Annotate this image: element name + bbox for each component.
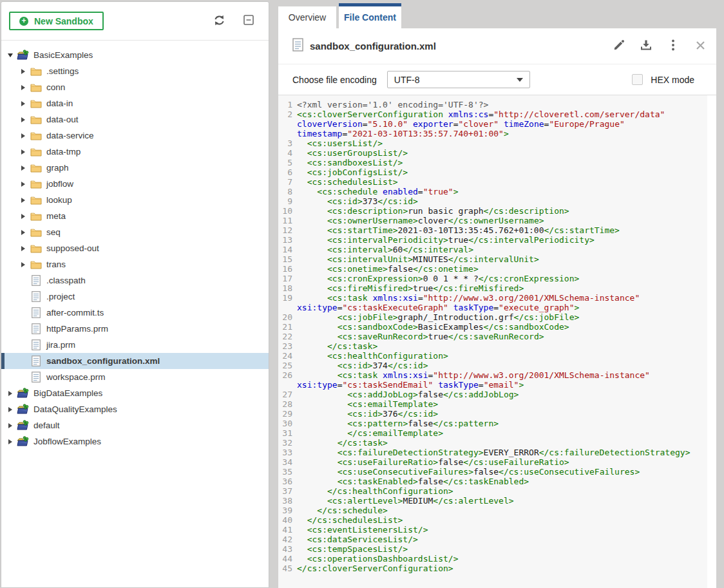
file-icon <box>292 38 303 54</box>
code-line: 27 <cs:addJobLog>false</cs:addJobLog> <box>278 390 707 399</box>
chevron-right-icon[interactable] <box>18 246 28 251</box>
code-line-content: <cs:alertLevel>MEDIUM</cs:alertLevel> <box>297 496 707 506</box>
code-line-content: <cs:dataServicesList/> <box>297 535 707 544</box>
chevron-right-icon[interactable] <box>18 85 28 90</box>
tree-item-supposed-out[interactable]: supposed-out <box>1 240 269 256</box>
tree-item-bigdataexamples[interactable]: BigDataExamples <box>1 385 269 401</box>
download-button[interactable] <box>640 41 652 52</box>
folder-icon <box>30 227 42 238</box>
tree-item-label: BasicExamples <box>33 50 93 60</box>
tree-item-data-out[interactable]: data-out <box>1 111 269 128</box>
code-line-content: <cs:schedule enabled="true"> <box>297 187 707 196</box>
tree-item-project[interactable]: .project <box>1 289 269 305</box>
chevron-right-icon[interactable] <box>5 439 15 444</box>
tree-item-settings[interactable]: .settings <box>1 63 269 79</box>
chevron-right-icon[interactable] <box>18 133 28 138</box>
tree-item-label: .project <box>46 292 75 301</box>
chevron-right-icon[interactable] <box>5 423 15 428</box>
line-number: 1 <box>278 100 297 109</box>
chevron-down-icon[interactable] <box>5 53 15 57</box>
code-line-content: <cs:eventListenersList/> <box>297 525 707 535</box>
code-line-content: <cs:saveRunRecord>true</cs:saveRunRecord… <box>297 332 707 341</box>
tree-item-conn[interactable]: conn <box>1 79 269 95</box>
encoding-select[interactable]: UTF-8 <box>387 71 530 88</box>
hex-mode-checkbox[interactable] <box>632 74 643 85</box>
code-line: 45</cs:cloverServerConfiguration> <box>278 564 707 573</box>
tree-item-jira-prm[interactable]: jira.prm <box>1 337 269 353</box>
sandbox-icon <box>17 50 29 61</box>
code-line: 23 </cs:task> <box>278 341 707 351</box>
tree-item-lookup[interactable]: lookup <box>1 192 269 208</box>
code-line: 31 </cs:emailTemplate> <box>278 428 707 438</box>
chevron-right-icon[interactable] <box>5 391 15 396</box>
tree-item-jobflowexamples[interactable]: JobflowExamples <box>1 433 269 450</box>
tree-item-after-commit-ts[interactable]: after-commit.ts <box>1 305 269 321</box>
tree-item-jobflow[interactable]: jobflow <box>1 176 269 192</box>
code-line: 7 <cs:schedulesList> <box>278 177 707 187</box>
tree-item-data-service[interactable]: data-service <box>1 128 269 144</box>
chevron-right-icon[interactable] <box>18 69 28 74</box>
code-line: 5 <cs:sandboxesList/> <box>278 158 707 167</box>
encoding-label: Choose file encoding <box>292 75 377 85</box>
code-line: 38 <cs:alertLevel>MEDIUM</cs:alertLevel> <box>278 496 707 506</box>
chevron-right-icon[interactable] <box>18 166 28 171</box>
line-number: 37 <box>278 486 297 496</box>
more-actions-button[interactable] <box>667 41 679 52</box>
code-line-content: <cs:id>373</cs:id> <box>297 196 707 206</box>
code-line-content: <cs:taskEnabled>false</cs:taskEnabled> <box>297 477 707 486</box>
refresh-icon <box>213 14 226 29</box>
code-line-content: <cs:cloverServerConfiguration xmlns:cs="… <box>297 109 707 138</box>
tree-item-label: meta <box>46 211 66 221</box>
tree-item-sandbox-configuration-xml[interactable]: sandbox_configuration.xml <box>1 353 269 369</box>
tree-item-meta[interactable]: meta <box>1 208 269 224</box>
tab-file-content[interactable]: File Content <box>339 3 401 28</box>
tree-item-httpparams-prm[interactable]: httpParams.prm <box>1 321 269 337</box>
tree-item-label: data-service <box>46 131 94 140</box>
tree-item-graph[interactable]: graph <box>1 160 269 176</box>
tree-item-seq[interactable]: seq <box>1 224 269 240</box>
tree-item-data-tmp[interactable]: data-tmp <box>1 144 269 160</box>
tree-item-trans[interactable]: trans <box>1 256 269 272</box>
tab-overview[interactable]: Overview <box>278 6 336 28</box>
line-number: 29 <box>278 409 297 419</box>
chevron-right-icon[interactable] <box>18 262 28 267</box>
chevron-right-icon[interactable] <box>18 182 28 187</box>
code-line: 9 <cs:id>373</cs:id> <box>278 196 707 206</box>
line-number: 15 <box>278 254 297 264</box>
code-line: 24 <cs:healthConfiguration> <box>278 351 707 361</box>
code-line-content: <cs:userGroupsList/> <box>297 148 707 158</box>
tree-item-label: after-commit.ts <box>46 308 104 318</box>
refresh-button[interactable] <box>213 14 226 29</box>
tree-item-workspace-prm[interactable]: workspace.prm <box>1 369 269 385</box>
line-number: 6 <box>278 167 297 177</box>
tree-item-basicexamples[interactable]: BasicExamples <box>1 47 269 63</box>
code-line-content: <cs:cronExpression>0 0 1 * * ?</cs:cronE… <box>297 274 707 283</box>
code-line: 22 <cs:saveRunRecord>true</cs:saveRunRec… <box>278 332 707 341</box>
code-line: 15 <cs:intervalUnit>MINUTES</cs:interval… <box>278 254 707 264</box>
edit-button[interactable] <box>613 41 625 52</box>
new-sandbox-button[interactable]: + New Sandbox <box>9 12 104 30</box>
file-icon <box>30 339 42 350</box>
chevron-right-icon[interactable] <box>18 149 28 155</box>
line-number: 44 <box>278 554 297 564</box>
code-line-content: <cs:tempSpacesList/> <box>297 544 707 554</box>
tree-item-default[interactable]: default <box>1 417 269 433</box>
chevron-right-icon[interactable] <box>18 198 28 203</box>
chevron-right-icon[interactable] <box>18 117 28 122</box>
folder-icon <box>30 194 42 205</box>
collapse-all-button[interactable] <box>243 14 254 28</box>
chevron-right-icon[interactable] <box>18 230 28 235</box>
chevron-right-icon[interactable] <box>5 407 15 412</box>
close-button[interactable] <box>694 41 706 52</box>
tree-item-label: graph <box>46 163 69 173</box>
file-icon <box>30 307 42 318</box>
line-number: 36 <box>278 477 297 486</box>
tree-item-data-in[interactable]: data-in <box>1 95 269 111</box>
tree-item-dataqualityexamples[interactable]: DataQualityExamples <box>1 401 269 417</box>
chevron-right-icon[interactable] <box>18 101 28 106</box>
chevron-right-icon[interactable] <box>18 214 28 219</box>
plus-icon: + <box>19 17 28 26</box>
line-number: 12 <box>278 225 297 235</box>
code-line-content: <cs:task xmlns:xsi="http://www.w3.org/20… <box>297 370 707 390</box>
tree-item-classpath[interactable]: .classpath <box>1 272 269 289</box>
